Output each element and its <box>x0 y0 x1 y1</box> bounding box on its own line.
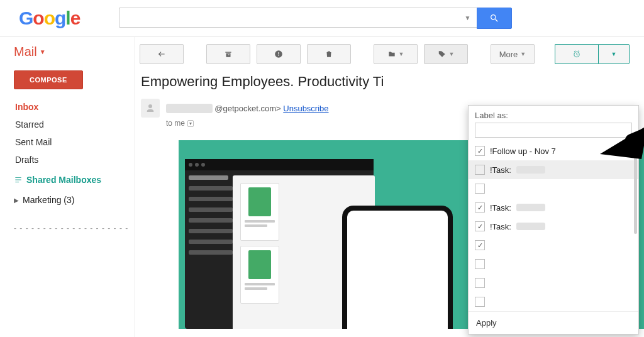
redacted-text <box>516 166 545 174</box>
search-button[interactable] <box>477 8 512 29</box>
label-menu-scrollbar[interactable] <box>634 146 637 234</box>
checkbox-icon <box>475 221 485 231</box>
label-option[interactable] <box>469 255 638 273</box>
main-content: ▼ ▼ More▼ ▼ Empowering Employees. Produc… <box>135 37 644 337</box>
toolbar: ▼ ▼ More▼ ▼ <box>135 37 644 71</box>
label-option[interactable]: !Task: <box>469 217 638 236</box>
app-header: Google ▼ <box>0 0 644 37</box>
sidebar-item-inbox[interactable]: Inbox <box>14 98 129 116</box>
label-option-text: !Task: <box>490 203 511 213</box>
label-option[interactable]: !Follow up - Nov 7 <box>469 141 638 160</box>
delete-button[interactable] <box>307 44 351 64</box>
chevron-down-icon: ▼ <box>399 51 404 57</box>
unsubscribe-link[interactable]: Unsubscribe <box>283 104 328 113</box>
search-input[interactable] <box>122 12 460 24</box>
sidebar: Mail ▼ COMPOSE Inbox Starred Sent Mail D… <box>0 37 135 337</box>
label-option[interactable] <box>469 292 638 311</box>
google-logo: Google <box>19 8 80 29</box>
checkbox-icon <box>475 297 485 307</box>
label-option-text: !Task: <box>490 222 511 231</box>
chevron-down-icon: ▼ <box>520 51 526 57</box>
chevron-down-icon: ▼ <box>449 51 455 57</box>
label-search-input[interactable] <box>475 123 632 138</box>
chevron-down-icon: ▼ <box>40 48 46 55</box>
sidebar-item-shared-mailboxes[interactable]: Shared Mailboxes <box>14 168 129 191</box>
label-option-text: !Follow up - Nov 7 <box>490 146 556 156</box>
back-arrow-icon <box>157 50 166 58</box>
checkbox-icon <box>475 146 485 156</box>
compose-button[interactable]: COMPOSE <box>14 70 83 89</box>
trash-icon <box>325 50 333 58</box>
sidebar-item-starred[interactable]: Starred <box>14 116 129 133</box>
checkbox-icon <box>475 165 485 175</box>
label-menu-title: Label as: <box>469 106 638 123</box>
sidebar-item-sent[interactable]: Sent Mail <box>14 133 129 151</box>
moveto-button[interactable]: ▼ <box>374 44 418 64</box>
checkbox-icon <box>475 202 485 213</box>
search-box[interactable]: ▼ <box>119 8 477 28</box>
mail-label: Mail <box>14 45 37 59</box>
label-as-menu: Label as: !Follow up - Nov 7!Task:!Task:… <box>468 105 639 334</box>
sidebar-item-marketing[interactable]: ▶ Marketing (3) <box>14 191 129 209</box>
recipients-expand-icon[interactable]: ▾ <box>187 120 194 127</box>
checkbox-icon <box>475 259 485 269</box>
person-icon <box>145 102 156 114</box>
label-option[interactable] <box>469 179 638 198</box>
folder-icon <box>387 50 396 58</box>
more-button[interactable]: More▼ <box>491 44 535 64</box>
labels-button[interactable]: ▼ <box>424 44 468 64</box>
label-option[interactable]: !Task: <box>469 198 638 217</box>
back-button[interactable] <box>140 44 184 64</box>
spam-icon <box>274 50 283 58</box>
sidebar-item-drafts[interactable]: Drafts <box>14 151 129 168</box>
snooze-caret-button[interactable]: ▼ <box>598 44 630 64</box>
mail-switcher[interactable]: Mail ▼ <box>14 45 129 59</box>
snooze-button[interactable] <box>555 44 598 64</box>
checkbox-icon <box>475 240 485 250</box>
redacted-text <box>516 204 545 211</box>
triangle-right-icon: ▶ <box>14 197 19 204</box>
snooze-split-button: ▼ <box>555 44 630 64</box>
avatar <box>141 99 160 118</box>
promo-phone-mock <box>342 206 453 329</box>
search-dropdown-caret[interactable]: ▼ <box>460 14 474 21</box>
search-icon <box>489 13 499 23</box>
archive-button[interactable] <box>206 44 250 64</box>
tag-icon <box>438 50 447 58</box>
chevron-down-icon: ▼ <box>611 51 617 57</box>
from-text: ████████ @getpocket.com> Unsubscribe <box>166 104 329 113</box>
label-option[interactable]: !Task: <box>469 160 638 179</box>
checkbox-icon <box>475 278 485 288</box>
redacted-sender-name: ████████ <box>166 104 213 113</box>
checkbox-icon <box>475 184 485 194</box>
label-option[interactable] <box>469 236 638 255</box>
shared-icon <box>14 175 23 184</box>
search-bar: ▼ <box>119 8 512 29</box>
label-apply-button[interactable]: Apply <box>469 311 638 334</box>
redacted-text <box>516 223 545 230</box>
clock-icon <box>572 50 581 58</box>
label-option-text: !Task: <box>490 165 511 175</box>
archive-icon <box>224 50 233 58</box>
sidebar-divider: - - - - - - - - - - - - - - - - - - - - <box>14 224 129 233</box>
email-subject: Empowering Employees. Productivity Ti <box>135 71 644 96</box>
spam-button[interactable] <box>257 44 301 64</box>
label-option[interactable] <box>469 273 638 292</box>
